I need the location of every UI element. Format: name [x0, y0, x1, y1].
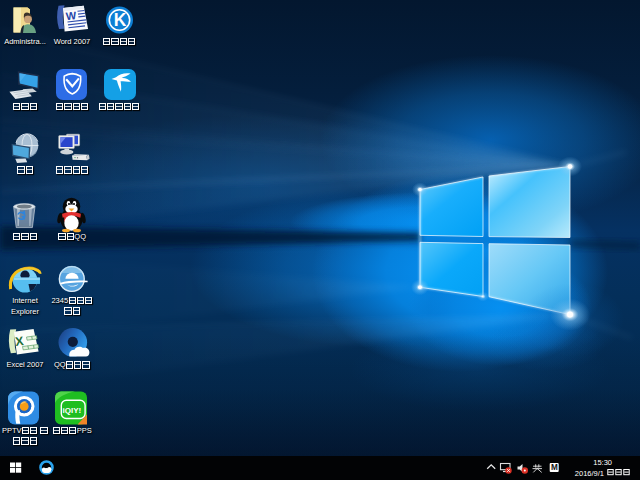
svg-text:2016/9/1: 2016/9/1 — [575, 469, 604, 478]
svg-text:M: M — [551, 463, 558, 472]
svg-text:15:30: 15:30 — [593, 458, 612, 467]
svg-text:W: W — [65, 9, 77, 22]
svg-text:K: K — [114, 10, 127, 30]
svg-text:iQIY!: iQIY! — [63, 406, 82, 415]
